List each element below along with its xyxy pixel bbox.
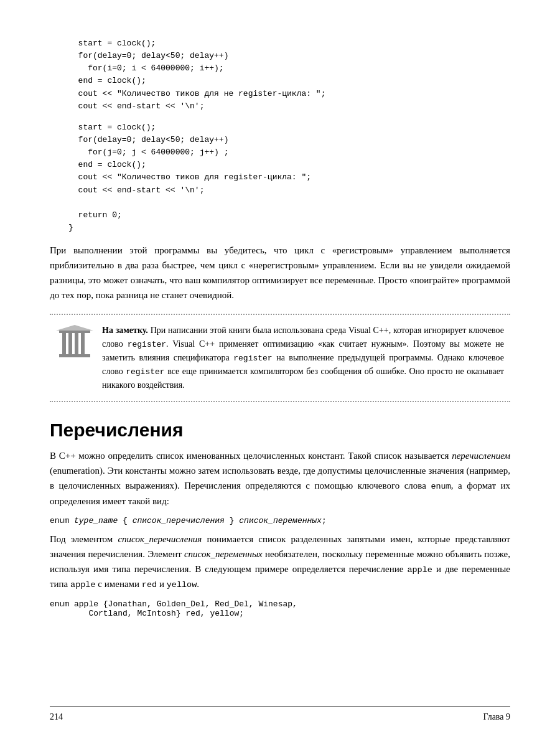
svg-marker-6	[56, 325, 93, 331]
red-code: red	[142, 580, 157, 590]
section-title: Перечисления	[50, 420, 510, 441]
paragraph-2: В С++ можно определить список именованны…	[50, 448, 510, 509]
note-code-2: register	[233, 354, 272, 363]
page-number: 214	[50, 712, 63, 722]
enum-syntax-line: enum type_name { список_перечисления } с…	[50, 516, 510, 525]
paragraph-1: При выполнении этой программы вы убедите…	[50, 243, 510, 303]
svg-rect-3	[68, 333, 72, 354]
svg-rect-5	[81, 333, 85, 354]
svg-rect-4	[75, 333, 78, 354]
page: start = clock(); for(delay=0; delay<50; …	[0, 0, 560, 747]
note-content: На заметку. При написании этой книги был…	[102, 324, 504, 392]
yellow-code: yellow	[167, 580, 197, 590]
list-vars-italic: список_переменных	[184, 549, 263, 559]
list-enum-italic: список_перечисления	[118, 534, 202, 544]
apple-code-2: apple	[70, 580, 96, 590]
chapter-label: Глава 9	[483, 712, 510, 722]
code-block-2: start = clock(); for(delay=0; delay<50; …	[68, 121, 510, 234]
apple-code-1: apple	[407, 565, 432, 575]
enum-italic: перечислением	[452, 451, 510, 461]
note-title: На заметку.	[102, 326, 148, 335]
note-code-1: register	[128, 340, 166, 349]
svg-rect-2	[62, 333, 66, 354]
note-box: На заметку. При написании этой книги был…	[50, 314, 510, 402]
svg-rect-1	[59, 354, 90, 357]
enum-example-line: enum apple {Jonathan, Golden_Del, Red_De…	[50, 599, 510, 618]
note-code-3: register	[126, 367, 164, 377]
page-footer: 214 Глава 9	[50, 707, 510, 722]
code-block-1: start = clock(); for(delay=0; delay<50; …	[68, 37, 510, 113]
enum-keyword: enum	[431, 482, 450, 491]
paragraph-3: Под элементом список_перечисления понима…	[50, 532, 510, 592]
note-icon	[56, 325, 93, 365]
